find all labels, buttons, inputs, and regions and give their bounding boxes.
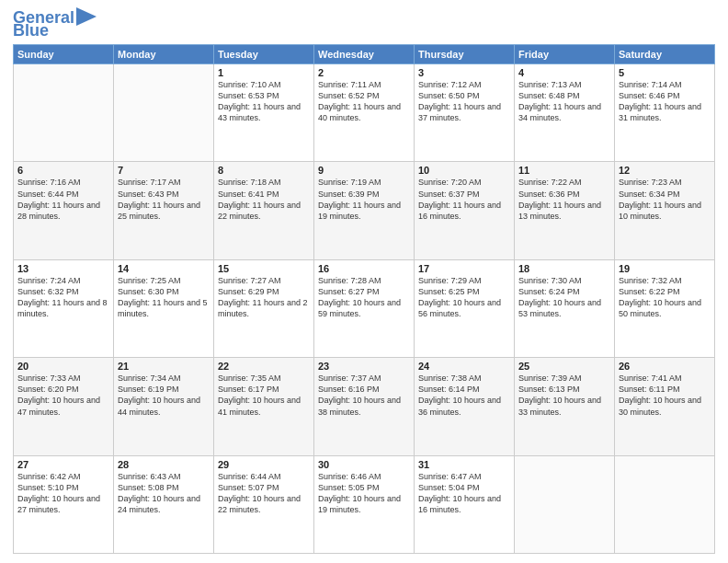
day-number: 30 bbox=[318, 459, 410, 470]
day-info: Sunrise: 7:13 AM Sunset: 6:48 PM Dayligh… bbox=[518, 79, 610, 124]
day-number: 15 bbox=[218, 263, 310, 274]
week-row-3: 13Sunrise: 7:24 AM Sunset: 6:32 PM Dayli… bbox=[14, 259, 715, 357]
calendar-cell: 25Sunrise: 7:39 AM Sunset: 6:13 PM Dayli… bbox=[515, 358, 615, 455]
day-number: 22 bbox=[218, 361, 310, 372]
day-number: 23 bbox=[318, 361, 410, 372]
day-info: Sunrise: 7:19 AM Sunset: 6:39 PM Dayligh… bbox=[318, 177, 410, 222]
calendar-cell: 2Sunrise: 7:11 AM Sunset: 6:52 PM Daylig… bbox=[314, 64, 415, 162]
day-info: Sunrise: 7:28 AM Sunset: 6:27 PM Dayligh… bbox=[318, 275, 410, 320]
day-info: Sunrise: 6:43 AM Sunset: 5:08 PM Dayligh… bbox=[118, 471, 210, 516]
day-number: 13 bbox=[17, 263, 109, 274]
calendar-cell: 4Sunrise: 7:13 AM Sunset: 6:48 PM Daylig… bbox=[515, 64, 615, 162]
calendar-cell: 28Sunrise: 6:43 AM Sunset: 5:08 PM Dayli… bbox=[114, 455, 214, 553]
calendar-cell bbox=[114, 64, 214, 162]
day-info: Sunrise: 7:27 AM Sunset: 6:29 PM Dayligh… bbox=[218, 275, 310, 320]
day-number: 1 bbox=[218, 67, 310, 78]
logo: General Blue bbox=[13, 9, 97, 39]
day-number: 24 bbox=[418, 361, 510, 372]
calendar-cell: 20Sunrise: 7:33 AM Sunset: 6:20 PM Dayli… bbox=[14, 358, 114, 455]
day-info: Sunrise: 6:44 AM Sunset: 5:07 PM Dayligh… bbox=[218, 471, 310, 516]
svg-marker-0 bbox=[76, 7, 97, 26]
calendar-cell: 21Sunrise: 7:34 AM Sunset: 6:19 PM Dayli… bbox=[114, 358, 214, 455]
day-number: 21 bbox=[118, 361, 210, 372]
day-info: Sunrise: 7:24 AM Sunset: 6:32 PM Dayligh… bbox=[17, 275, 109, 320]
day-number: 19 bbox=[619, 263, 711, 274]
page: General Blue SundayMondayTuesdayWednesda… bbox=[0, 0, 728, 563]
day-info: Sunrise: 7:29 AM Sunset: 6:25 PM Dayligh… bbox=[418, 275, 510, 320]
weekday-header-monday: Monday bbox=[114, 45, 214, 64]
day-number: 7 bbox=[118, 165, 210, 176]
day-info: Sunrise: 7:34 AM Sunset: 6:19 PM Dayligh… bbox=[118, 373, 210, 418]
weekday-header-wednesday: Wednesday bbox=[314, 45, 415, 64]
day-number: 14 bbox=[118, 263, 210, 274]
calendar-cell: 9Sunrise: 7:19 AM Sunset: 6:39 PM Daylig… bbox=[314, 162, 415, 259]
day-number: 11 bbox=[518, 165, 610, 176]
weekday-header-thursday: Thursday bbox=[415, 45, 515, 64]
calendar-cell: 12Sunrise: 7:23 AM Sunset: 6:34 PM Dayli… bbox=[615, 162, 715, 259]
day-number: 4 bbox=[518, 67, 610, 78]
day-number: 2 bbox=[318, 67, 410, 78]
calendar-cell: 11Sunrise: 7:22 AM Sunset: 6:36 PM Dayli… bbox=[515, 162, 615, 259]
calendar-cell: 1Sunrise: 7:10 AM Sunset: 6:53 PM Daylig… bbox=[214, 64, 314, 162]
day-number: 12 bbox=[619, 165, 711, 176]
calendar-cell bbox=[515, 455, 615, 553]
day-number: 31 bbox=[418, 459, 510, 470]
logo-blue: Blue bbox=[13, 22, 49, 39]
weekday-header-row: SundayMondayTuesdayWednesdayThursdayFrid… bbox=[14, 45, 715, 64]
calendar-cell: 8Sunrise: 7:18 AM Sunset: 6:41 PM Daylig… bbox=[214, 162, 314, 259]
day-number: 25 bbox=[518, 361, 610, 372]
day-info: Sunrise: 7:23 AM Sunset: 6:34 PM Dayligh… bbox=[619, 177, 711, 222]
calendar-cell: 23Sunrise: 7:37 AM Sunset: 6:16 PM Dayli… bbox=[314, 358, 415, 455]
calendar-cell: 15Sunrise: 7:27 AM Sunset: 6:29 PM Dayli… bbox=[214, 259, 314, 357]
day-number: 10 bbox=[418, 165, 510, 176]
day-info: Sunrise: 7:18 AM Sunset: 6:41 PM Dayligh… bbox=[218, 177, 310, 222]
calendar-cell bbox=[14, 64, 114, 162]
day-info: Sunrise: 7:17 AM Sunset: 6:43 PM Dayligh… bbox=[118, 177, 210, 222]
day-number: 6 bbox=[17, 165, 109, 176]
calendar-cell: 10Sunrise: 7:20 AM Sunset: 6:37 PM Dayli… bbox=[415, 162, 515, 259]
day-number: 16 bbox=[318, 263, 410, 274]
weekday-header-saturday: Saturday bbox=[615, 45, 715, 64]
calendar-cell: 19Sunrise: 7:32 AM Sunset: 6:22 PM Dayli… bbox=[615, 259, 715, 357]
logo-arrow-icon bbox=[76, 7, 97, 26]
week-row-2: 6Sunrise: 7:16 AM Sunset: 6:44 PM Daylig… bbox=[14, 162, 715, 259]
week-row-4: 20Sunrise: 7:33 AM Sunset: 6:20 PM Dayli… bbox=[14, 358, 715, 455]
calendar-cell bbox=[615, 455, 715, 553]
day-number: 8 bbox=[218, 165, 310, 176]
day-number: 9 bbox=[318, 165, 410, 176]
day-info: Sunrise: 6:46 AM Sunset: 5:05 PM Dayligh… bbox=[318, 471, 410, 516]
calendar-cell: 26Sunrise: 7:41 AM Sunset: 6:11 PM Dayli… bbox=[615, 358, 715, 455]
calendar-cell: 13Sunrise: 7:24 AM Sunset: 6:32 PM Dayli… bbox=[14, 259, 114, 357]
day-number: 27 bbox=[17, 459, 109, 470]
calendar-cell: 31Sunrise: 6:47 AM Sunset: 5:04 PM Dayli… bbox=[415, 455, 515, 553]
day-info: Sunrise: 6:42 AM Sunset: 5:10 PM Dayligh… bbox=[17, 471, 109, 516]
day-info: Sunrise: 7:35 AM Sunset: 6:17 PM Dayligh… bbox=[218, 373, 310, 418]
day-info: Sunrise: 7:16 AM Sunset: 6:44 PM Dayligh… bbox=[17, 177, 109, 222]
weekday-header-tuesday: Tuesday bbox=[214, 45, 314, 64]
calendar-cell: 17Sunrise: 7:29 AM Sunset: 6:25 PM Dayli… bbox=[415, 259, 515, 357]
calendar-cell: 18Sunrise: 7:30 AM Sunset: 6:24 PM Dayli… bbox=[515, 259, 615, 357]
day-info: Sunrise: 7:38 AM Sunset: 6:14 PM Dayligh… bbox=[418, 373, 510, 418]
calendar-cell: 24Sunrise: 7:38 AM Sunset: 6:14 PM Dayli… bbox=[415, 358, 515, 455]
week-row-1: 1Sunrise: 7:10 AM Sunset: 6:53 PM Daylig… bbox=[14, 64, 715, 162]
calendar-cell: 5Sunrise: 7:14 AM Sunset: 6:46 PM Daylig… bbox=[615, 64, 715, 162]
day-info: Sunrise: 7:32 AM Sunset: 6:22 PM Dayligh… bbox=[619, 275, 711, 320]
calendar-cell: 22Sunrise: 7:35 AM Sunset: 6:17 PM Dayli… bbox=[214, 358, 314, 455]
day-info: Sunrise: 6:47 AM Sunset: 5:04 PM Dayligh… bbox=[418, 471, 510, 516]
day-info: Sunrise: 7:22 AM Sunset: 6:36 PM Dayligh… bbox=[518, 177, 610, 222]
calendar-cell: 30Sunrise: 6:46 AM Sunset: 5:05 PM Dayli… bbox=[314, 455, 415, 553]
day-info: Sunrise: 7:25 AM Sunset: 6:30 PM Dayligh… bbox=[118, 275, 210, 320]
calendar-table: SundayMondayTuesdayWednesdayThursdayFrid… bbox=[13, 44, 715, 554]
day-info: Sunrise: 7:37 AM Sunset: 6:16 PM Dayligh… bbox=[318, 373, 410, 418]
day-number: 20 bbox=[17, 361, 109, 372]
week-row-5: 27Sunrise: 6:42 AM Sunset: 5:10 PM Dayli… bbox=[14, 455, 715, 553]
day-info: Sunrise: 7:11 AM Sunset: 6:52 PM Dayligh… bbox=[318, 79, 410, 124]
calendar-cell: 6Sunrise: 7:16 AM Sunset: 6:44 PM Daylig… bbox=[14, 162, 114, 259]
day-number: 3 bbox=[418, 67, 510, 78]
day-number: 29 bbox=[218, 459, 310, 470]
day-number: 26 bbox=[619, 361, 711, 372]
day-info: Sunrise: 7:41 AM Sunset: 6:11 PM Dayligh… bbox=[619, 373, 711, 418]
day-info: Sunrise: 7:39 AM Sunset: 6:13 PM Dayligh… bbox=[518, 373, 610, 418]
calendar-cell: 27Sunrise: 6:42 AM Sunset: 5:10 PM Dayli… bbox=[14, 455, 114, 553]
day-info: Sunrise: 7:20 AM Sunset: 6:37 PM Dayligh… bbox=[418, 177, 510, 222]
